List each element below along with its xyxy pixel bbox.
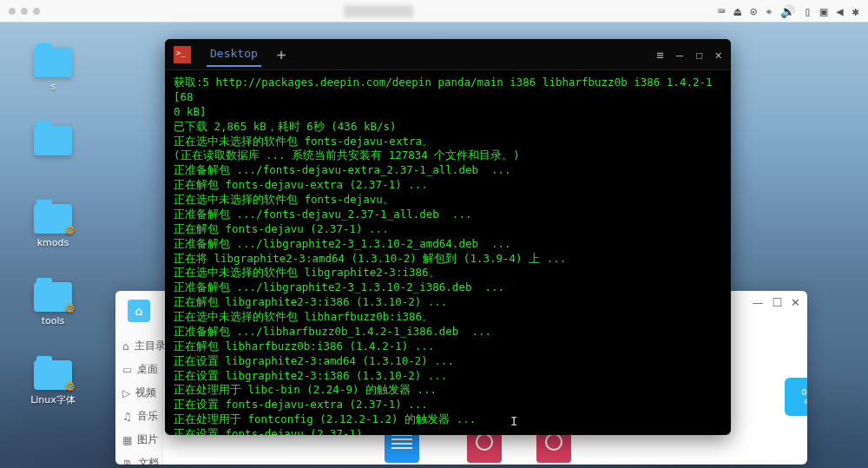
system-tray[interactable]: ⌨ ⏏ ⊙ ⧞ 🔊 ▯ ▣ ◀ ✱ (718, 4, 859, 18)
desktop-icon-label: Linux字体 (30, 393, 76, 406)
folder-icon (34, 204, 72, 234)
window-traffic-lights (9, 8, 40, 15)
terminal-line: 正在将 libgraphite2-3:amd64 (1.3.10-2) 解包到 … (174, 252, 722, 267)
terminal-line: 正在处理用于 libc-bin (2.24-9) 的触发器 ... (174, 383, 722, 398)
terminal-tab-active[interactable]: Desktop (207, 42, 261, 67)
dot-1 (9, 8, 16, 15)
folder-icon (34, 126, 72, 155)
terminal-line: (正在读取数据库 ... 系统当前共安装有 127834 个文件和目录。) (174, 148, 722, 163)
fm-sidebar-视频[interactable]: ▷ 视频 (115, 381, 162, 405)
terminal-line: 已下载 2,865 kB，耗时 6秒 (436 kB/s) (174, 120, 722, 135)
terminal-menu-button[interactable]: ≡ (656, 48, 663, 62)
terminal-line: 正准备解包 .../libgraphite2-3_1.3.10-2_amd64.… (174, 237, 722, 252)
terminal-line: 正在解包 libgraphite2-3:i386 (1.3.10-2) ... (174, 295, 722, 310)
fm-sidebar-icon: ⌂ (122, 340, 129, 353)
desktop-icon-label: s (50, 81, 56, 92)
tray-record-icon[interactable]: ⊙ (750, 4, 757, 18)
desktop-folder-Linux字体[interactable]: Linux字体 (26, 360, 80, 406)
menubar-title-blurred (344, 5, 413, 17)
fm-sidebar-音乐[interactable]: ♫ 音乐 (115, 405, 162, 428)
tray-volume-icon[interactable]: 🔊 (780, 4, 795, 18)
tray-battery-icon[interactable]: ▯ (804, 4, 811, 18)
top-menubar: ⌨ ⏏ ⊙ ⧞ 🔊 ▯ ▣ ◀ ✱ (0, 0, 868, 23)
desktop-folder-s[interactable]: s (26, 48, 80, 92)
fm-sidebar-label: 图片 (137, 432, 158, 447)
file-badge: 042 eb (785, 378, 807, 416)
terminal-line: 正在处理用于 fontconfig (2.12.2-1.2) 的触发器 ... (174, 412, 722, 427)
terminal-titlebar[interactable]: Desktop + ≡ — ☐ ✕ (165, 39, 731, 70)
terminal-line: 正在设置 fonts-dejavu (2.37-1) ... (174, 427, 722, 435)
fm-sidebar-文档[interactable]: 🗎 文档 (115, 452, 162, 465)
terminal-output[interactable]: 获取:5 http://packages.deepin.com/deepin p… (165, 70, 731, 435)
fm-sidebar-label: 主目录 (135, 339, 166, 353)
fm-sidebar-icon: ▷ (122, 387, 130, 399)
fm-sidebar-主目录[interactable]: ⌂ 主目录 (115, 334, 162, 358)
desktop-icon-label: tools (42, 315, 65, 326)
terminal-minimize-button[interactable]: — (676, 48, 683, 62)
tray-usb-icon[interactable]: ⏏ (733, 4, 740, 18)
tray-keyboard-icon[interactable]: ⌨ (718, 4, 725, 18)
desktop-folder-tools[interactable]: tools (26, 282, 80, 326)
fm-sidebar-icon: 🗎 (122, 458, 133, 465)
tray-settings-icon[interactable]: ✱ (852, 4, 859, 18)
text-cursor-icon: I (510, 414, 517, 428)
terminal-maximize-button[interactable]: ☐ (695, 48, 702, 62)
dot-3 (33, 8, 40, 15)
terminal-line: 正在设置 libgraphite2-3:i386 (1.3.10-2) ... (174, 369, 722, 384)
desktop-folder-kmods[interactable]: kmods (26, 204, 80, 248)
terminal-line: 正在解包 libharfbuzz0b:i386 (1.4.2-1) ... (174, 339, 722, 354)
fm-sidebar-label: 桌面 (137, 362, 158, 377)
folder-icon (34, 360, 72, 390)
terminal-line: 正在选中未选择的软件包 libharfbuzz0b:i386。 (174, 310, 722, 325)
fm-sidebar-label: 视频 (135, 386, 156, 400)
folder-icon (34, 48, 72, 77)
fm-sidebar-icon: ▭ (122, 364, 132, 376)
terminal-line: 正在设置 libgraphite2-3:amd64 (1.3.10-2) ... (174, 354, 722, 369)
fm-sidebar-icon: ▦ (122, 434, 132, 446)
terminal-line: 正在解包 fonts-dejavu (2.37-1) ... (174, 222, 722, 237)
terminal-line: 正在解包 fonts-dejavu-extra (2.37-1) ... (174, 178, 722, 193)
folder-icon (34, 282, 72, 312)
fm-sidebar-icon: ♫ (122, 411, 132, 423)
file-manager-app-icon: ⌂ (128, 300, 150, 322)
terminal-window[interactable]: Desktop + ≡ — ☐ ✕ 获取:5 http://packages.d… (165, 39, 731, 435)
terminal-line: 正准备解包 .../libgraphite2-3_1.3.10-2_i386.d… (174, 280, 722, 295)
terminal-line: 获取:5 http://packages.deepin.com/deepin p… (174, 76, 722, 105)
terminal-close-button[interactable]: ✕ (715, 48, 722, 62)
terminal-line: 正在选中未选择的软件包 fonts-dejavu-extra。 (174, 135, 722, 149)
terminal-line: 0 kB] (174, 105, 722, 120)
terminal-app-icon (174, 46, 191, 63)
desktop-folder-unnamed[interactable] (26, 126, 80, 159)
tray-network-icon[interactable]: ⧞ (766, 4, 772, 18)
tray-display-icon[interactable]: ▣ (820, 4, 827, 18)
tray-back-icon[interactable]: ◀ (836, 4, 843, 18)
terminal-line: 正在设置 fonts-dejavu-extra (2.37-1) ... (174, 398, 722, 412)
terminal-line: 正在选中未选择的软件包 fonts-dejavu。 (174, 193, 722, 208)
terminal-line: 正在选中未选择的软件包 libgraphite2-3:i386。 (174, 266, 722, 280)
dot-2 (21, 8, 28, 15)
terminal-new-tab-button[interactable]: + (277, 45, 286, 63)
fm-sidebar-桌面[interactable]: ▭ 桌面 (115, 358, 162, 381)
fm-sidebar-图片[interactable]: ▦ 图片 (115, 428, 162, 452)
desktop-icon-label: kmods (37, 237, 69, 248)
terminal-line: 正准备解包 .../libharfbuzz0b_1.4.2-1_i386.deb… (174, 325, 722, 339)
terminal-line: 正准备解包 .../fonts-dejavu-extra_2.37-1_all.… (174, 163, 722, 178)
fm-sidebar-label: 文档 (138, 456, 159, 465)
terminal-line: 正准备解包 .../fonts-dejavu_2.37-1_all.deb ..… (174, 208, 722, 222)
fm-sidebar-label: 音乐 (137, 409, 158, 424)
